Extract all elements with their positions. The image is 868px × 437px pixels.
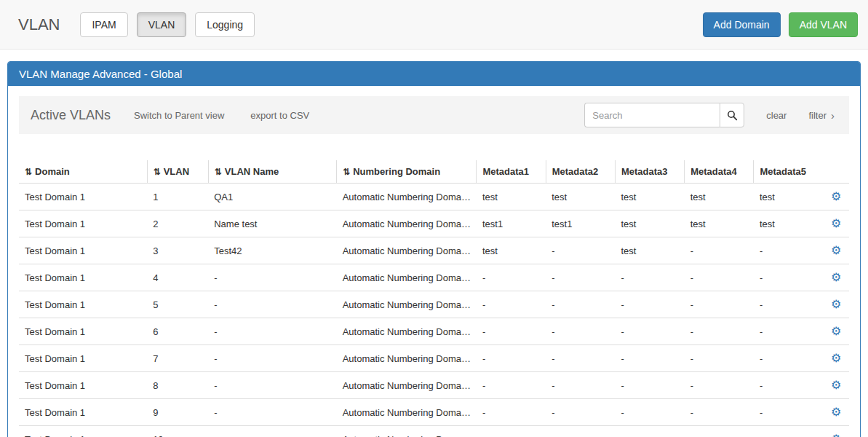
nav-button-group: IPAMVLANLogging [80, 12, 263, 37]
gear-icon[interactable]: ⚙ [831, 271, 841, 283]
chevron-right-icon: › [831, 109, 835, 122]
sort-icon: ⇅ [154, 167, 161, 177]
panel-heading: VLAN Manage Advanced - Global [8, 62, 860, 86]
table-cell: - [546, 426, 615, 437]
table-cell: - [754, 372, 823, 399]
filter-link[interactable]: filter › [808, 109, 835, 122]
table-cell: - [615, 426, 684, 437]
add-domain-button[interactable]: Add Domain [703, 12, 781, 37]
table-cell: - [615, 291, 684, 318]
search-icon [727, 110, 738, 121]
nav-button-ipam[interactable]: IPAM [80, 12, 127, 37]
table-cell: test [754, 210, 823, 237]
table-cell: - [208, 318, 336, 345]
column-header-domain[interactable]: ⇅Domain [19, 160, 147, 184]
table-cell: test [546, 184, 615, 210]
gear-icon[interactable]: ⚙ [831, 379, 841, 391]
table-row: Test Domain 16-Automatic Numbering Doma…… [19, 318, 849, 345]
table-cell: - [615, 345, 684, 372]
vlan-table-body: Test Domain 11QA1Automatic Numbering Dom… [19, 184, 849, 437]
table-cell: Name test [208, 210, 336, 237]
table-cell: - [615, 264, 684, 291]
table-cell: Automatic Numbering Doma… [337, 372, 477, 399]
table-cell: Automatic Numbering Doma… [337, 426, 477, 437]
table-cell: 2 [147, 210, 208, 237]
table-cell: Automatic Numbering Doma… [337, 291, 477, 318]
table-cell: test [615, 210, 684, 237]
row-actions-cell: ⚙ [823, 210, 849, 237]
gear-icon[interactable]: ⚙ [831, 217, 841, 229]
table-cell: 1 [147, 184, 208, 210]
search-button[interactable] [720, 103, 744, 127]
table-row: Test Domain 110-Automatic Numbering Doma… [19, 426, 849, 437]
table-cell: - [477, 264, 546, 291]
switch-parent-view-link[interactable]: Switch to Parent view [134, 110, 224, 121]
table-cell: test [615, 184, 684, 210]
table-cell: test [615, 237, 684, 264]
table-cell: - [208, 426, 336, 437]
topbar: VLAN IPAMVLANLogging Add Domain Add VLAN [0, 0, 868, 50]
table-cell: - [685, 399, 754, 426]
table-cell: test1 [477, 210, 546, 237]
gear-icon[interactable]: ⚙ [831, 325, 841, 337]
table-toolbar: Active VLANs Switch to Parent view expor… [19, 96, 849, 134]
table-cell: Test Domain 1 [19, 291, 147, 318]
clear-link[interactable]: clear [766, 110, 787, 121]
table-cell: Test Domain 1 [19, 345, 147, 372]
table-cell: Automatic Numbering Doma… [337, 264, 477, 291]
table-cell: - [685, 372, 754, 399]
table-cell: - [208, 345, 336, 372]
row-actions-cell: ⚙ [823, 426, 849, 437]
table-cell: 4 [147, 264, 208, 291]
column-header-metadata4: Metadata4 [685, 160, 754, 184]
table-cell: - [477, 426, 546, 437]
table-row: Test Domain 17-Automatic Numbering Doma…… [19, 345, 849, 372]
table-cell: - [615, 372, 684, 399]
table-cell: - [546, 318, 615, 345]
column-header-numbering-domain[interactable]: ⇅Numbering Domain [337, 160, 477, 184]
search-input[interactable] [584, 103, 720, 127]
table-cell: - [546, 372, 615, 399]
gear-icon[interactable]: ⚙ [831, 352, 841, 364]
table-cell: test [685, 210, 754, 237]
table-cell: Test42 [208, 237, 336, 264]
nav-button-vlan[interactable]: VLAN [137, 12, 187, 37]
table-row: Test Domain 19-Automatic Numbering Doma…… [19, 399, 849, 426]
table-cell: - [546, 345, 615, 372]
table-row: Test Domain 18-Automatic Numbering Doma…… [19, 372, 849, 399]
gear-icon[interactable]: ⚙ [831, 190, 841, 202]
table-cell: Automatic Numbering Doma… [337, 399, 477, 426]
column-header-vlan[interactable]: ⇅VLAN [147, 160, 208, 184]
table-cell: - [685, 237, 754, 264]
table-cell: - [685, 345, 754, 372]
column-header-vlan-name[interactable]: ⇅VLAN Name [208, 160, 336, 184]
row-actions-cell: ⚙ [823, 399, 849, 426]
table-cell: - [754, 399, 823, 426]
column-header-metadata1: Metadata1 [477, 160, 546, 184]
table-row: Test Domain 13Test42Automatic Numbering … [19, 237, 849, 264]
nav-button-logging[interactable]: Logging [195, 12, 255, 37]
gear-icon[interactable]: ⚙ [831, 433, 841, 437]
table-header-row: ⇅Domain⇅VLAN⇅VLAN Name⇅Numbering DomainM… [19, 160, 849, 184]
table-cell: Test Domain 1 [19, 237, 147, 264]
add-vlan-button[interactable]: Add VLAN [789, 12, 858, 37]
table-cell: - [754, 345, 823, 372]
table-cell: Test Domain 1 [19, 264, 147, 291]
table-cell: - [477, 318, 546, 345]
gear-icon[interactable]: ⚙ [831, 298, 841, 310]
table-cell: - [208, 291, 336, 318]
table-cell: Automatic Numbering Doma… [337, 237, 477, 264]
table-cell: Automatic Numbering Doma… [337, 184, 477, 210]
table-cell: - [754, 291, 823, 318]
table-cell: Automatic Numbering Doma… [337, 210, 477, 237]
export-csv-link[interactable]: export to CSV [250, 110, 309, 121]
table-cell: - [208, 264, 336, 291]
table-cell: - [685, 264, 754, 291]
gear-icon[interactable]: ⚙ [831, 406, 841, 418]
table-cell: - [546, 399, 615, 426]
gear-icon[interactable]: ⚙ [831, 244, 841, 256]
table-cell: Test Domain 1 [19, 210, 147, 237]
table-cell: Automatic Numbering Doma… [337, 345, 477, 372]
table-cell: Test Domain 1 [19, 399, 147, 426]
table-cell: test [685, 184, 754, 210]
